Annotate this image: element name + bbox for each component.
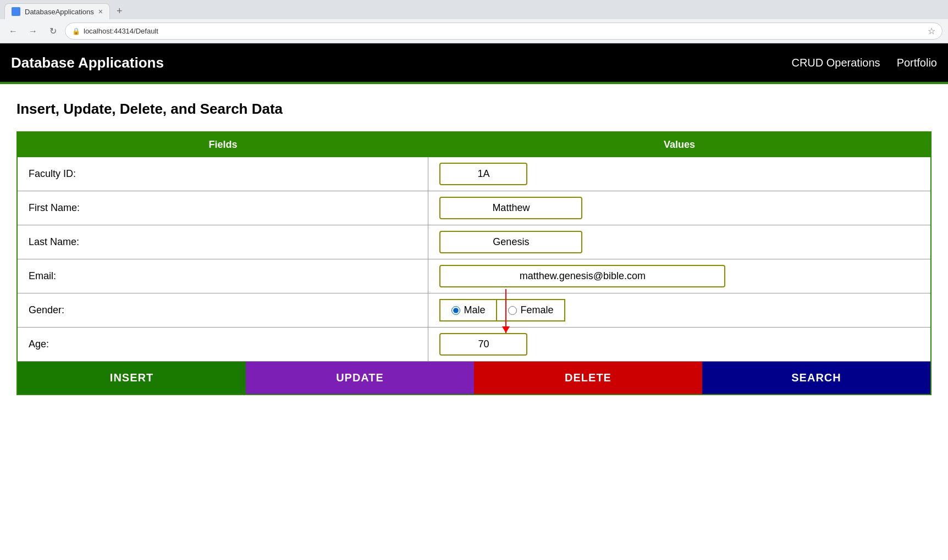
email-label: Email: [17, 259, 428, 293]
first-name-label: First Name: [17, 191, 428, 225]
gender-label: Gender: [17, 293, 428, 328]
update-button[interactable]: UPDATE [246, 362, 474, 394]
action-buttons: INSERT UPDATE DELETE SEARCH [18, 362, 930, 394]
col-fields-header: Fields [17, 132, 428, 157]
lock-icon: 🔒 [72, 27, 80, 35]
email-value-cell [428, 259, 931, 293]
col-values-header: Values [428, 132, 931, 157]
address-bar-row: ← → ↻ 🔒 localhost:44314/Default ☆ [0, 19, 948, 43]
first-name-value-cell [428, 191, 931, 225]
refresh-button[interactable]: ↻ [45, 24, 60, 39]
last-name-input[interactable] [439, 231, 582, 253]
gender-container: Male Female [439, 299, 919, 321]
insert-button[interactable]: INSERT [18, 362, 246, 394]
gender-male-label: Male [464, 304, 485, 316]
faculty-id-input[interactable] [439, 163, 527, 185]
search-button[interactable]: SEARCH [702, 362, 930, 394]
forward-button[interactable]: → [25, 24, 41, 39]
navbar-links: CRUD Operations Portfolio [791, 57, 937, 69]
faculty-id-label: Faculty ID: [17, 157, 428, 191]
page-content: Insert, Update, Delete, and Search Data … [0, 84, 948, 412]
tab-favicon [12, 7, 20, 16]
crud-link[interactable]: CRUD Operations [791, 57, 880, 69]
faculty-id-value-cell [428, 157, 931, 191]
gender-row: Gender: Male Female [17, 293, 931, 328]
browser-tab[interactable]: DatabaseApplications × [4, 3, 110, 19]
navbar-brand: Database Applications [11, 54, 791, 71]
last-name-value-cell [428, 225, 931, 259]
tab-title: DatabaseApplications [25, 8, 94, 16]
button-row: INSERT UPDATE DELETE SEARCH [17, 362, 931, 395]
gender-male-radio[interactable] [451, 306, 460, 315]
button-cell: INSERT UPDATE DELETE SEARCH [17, 362, 931, 395]
browser-chrome: DatabaseApplications × + ← → ↻ 🔒 localho… [0, 0, 948, 43]
last-name-row: Last Name: [17, 225, 931, 259]
gender-female-label: Female [520, 304, 553, 316]
portfolio-link[interactable]: Portfolio [897, 57, 937, 69]
back-button[interactable]: ← [5, 24, 21, 39]
age-input[interactable] [439, 333, 527, 356]
age-value-cell [428, 328, 931, 362]
page-title: Insert, Update, Delete, and Search Data [16, 101, 932, 118]
data-table: Fields Values Faculty ID: First Name: [16, 131, 932, 395]
first-name-row: First Name: [17, 191, 931, 225]
first-name-input[interactable] [439, 197, 582, 219]
age-row: Age: [17, 328, 931, 362]
email-input[interactable] [439, 265, 725, 287]
gender-female-radio[interactable] [508, 306, 517, 315]
bookmark-icon[interactable]: ☆ [928, 26, 935, 36]
tab-close-button[interactable]: × [98, 7, 103, 16]
age-label: Age: [17, 328, 428, 362]
red-arrow-icon [505, 289, 506, 333]
faculty-id-row: Faculty ID: [17, 157, 931, 191]
arrow-annotation [439, 333, 919, 356]
url-text: localhost:44314/Default [84, 27, 158, 35]
navbar: Database Applications CRUD Operations Po… [0, 43, 948, 82]
address-bar[interactable]: 🔒 localhost:44314/Default ☆ [65, 23, 943, 40]
new-tab-button[interactable]: + [112, 3, 127, 19]
delete-button[interactable]: DELETE [474, 362, 702, 394]
gender-value-cell: Male Female [428, 293, 931, 328]
gender-male-option[interactable]: Male [439, 299, 496, 321]
email-row: Email: [17, 259, 931, 293]
last-name-label: Last Name: [17, 225, 428, 259]
tab-bar: DatabaseApplications × + [0, 0, 948, 19]
